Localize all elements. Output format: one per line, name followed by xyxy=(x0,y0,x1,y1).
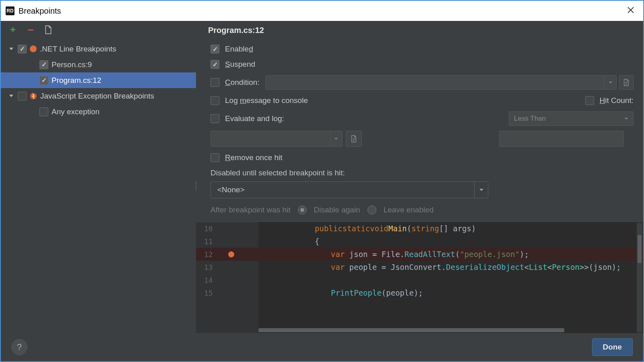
splitter-handle[interactable] xyxy=(195,178,197,194)
item-checkbox[interactable] xyxy=(39,76,48,85)
done-button[interactable]: Done xyxy=(592,338,633,356)
gutter-row: 10 xyxy=(196,222,258,235)
hitcount-value-input[interactable] xyxy=(499,131,624,147)
remove-once-hit-label: Remove once hit xyxy=(225,153,283,162)
tree-group-js-exception[interactable]: JavaScript Exception Breakpoints xyxy=(1,88,196,104)
vertical-scrollbar[interactable] xyxy=(637,223,642,332)
gutter: 10 11 12 13 14 15 xyxy=(196,222,258,333)
chevron-down-icon xyxy=(624,117,628,120)
tree-toolbar: + − xyxy=(1,21,196,39)
close-icon xyxy=(627,6,634,14)
condition-label: Condition: xyxy=(225,78,260,87)
breakpoints-tree[interactable]: .NET Line Breakpoints Person.cs:9 Progra… xyxy=(1,39,196,333)
item-checkbox[interactable] xyxy=(39,107,48,116)
group-checkbox[interactable] xyxy=(18,92,27,101)
group-label: .NET Line Breakpoints xyxy=(40,45,116,53)
tree-item-any-exception[interactable]: Any exception xyxy=(1,104,196,119)
disable-again-label: Disable again xyxy=(314,206,360,214)
close-button[interactable] xyxy=(623,4,638,18)
disabled-until-value: <None> xyxy=(211,185,474,194)
code-line: public static void Main(string[] args) xyxy=(258,222,643,235)
condition-input[interactable] xyxy=(265,75,617,90)
chevron-down-icon xyxy=(334,138,338,140)
hitcount-label: Hit Count: xyxy=(600,96,634,105)
help-button[interactable]: ? xyxy=(11,339,27,355)
breakpoint-dot-icon[interactable] xyxy=(228,251,234,257)
hitcount-comparison-value: Less Than xyxy=(514,115,546,123)
evaluate-log-expand-button[interactable] xyxy=(346,131,362,147)
code-line: var people = JsonConvert.DeserializeObje… xyxy=(258,261,643,274)
log-message-checkbox[interactable] xyxy=(211,96,219,105)
breakpoint-dot-icon xyxy=(30,45,37,52)
disabled-until-select[interactable]: <None> xyxy=(211,181,488,198)
suspend-label: Suspend xyxy=(225,60,255,69)
chevron-down-icon xyxy=(479,188,484,191)
leave-enabled-label: Leave enabled xyxy=(384,206,434,214)
item-checkbox[interactable] xyxy=(39,60,48,69)
hitcount-checkbox[interactable] xyxy=(585,96,594,105)
document-icon xyxy=(623,79,630,86)
window-title: Breakpoints xyxy=(19,6,61,16)
gutter-row: 14 xyxy=(196,274,258,286)
dialog-footer: ? Done xyxy=(1,333,643,361)
condition-expand-button[interactable] xyxy=(619,75,634,90)
item-label: Any exception xyxy=(52,107,99,116)
enabled-label: Enabled xyxy=(225,45,253,53)
js-exception-icon xyxy=(30,93,37,100)
condition-checkbox[interactable] xyxy=(211,78,219,87)
remove-once-hit-checkbox[interactable] xyxy=(211,153,219,162)
code-line: var json = File.ReadAllText("people.json… xyxy=(258,248,643,261)
after-hit-label: After breakpoint was hit xyxy=(211,206,291,214)
add-breakpoint-button[interactable]: + xyxy=(9,26,17,34)
evaluate-log-label: Evaluate and log: xyxy=(225,114,284,123)
expand-toggle[interactable] xyxy=(8,92,14,101)
hitcount-comparison-select[interactable]: Less Than xyxy=(509,111,634,126)
gutter-row: 11 xyxy=(196,235,258,248)
evaluate-log-input[interactable] xyxy=(211,131,343,147)
gutter-row: 15 xyxy=(196,286,258,299)
disable-again-radio[interactable] xyxy=(298,206,307,214)
gutter-row: 12 xyxy=(196,248,258,261)
enabled-checkbox[interactable] xyxy=(211,45,219,53)
view-options-button[interactable] xyxy=(44,26,52,34)
item-label: Person.cs:9 xyxy=(52,60,92,69)
code-preview: 10 11 12 13 14 15 public static void Mai… xyxy=(196,222,643,333)
chevron-down-icon xyxy=(609,81,613,84)
app-icon: RD xyxy=(6,6,14,15)
breakpoints-tree-panel: + − .NET Line Breakpoints Person.cs:9 Pr… xyxy=(1,21,196,333)
document-icon xyxy=(45,25,52,34)
code-line: PrintPeople(people); xyxy=(258,286,643,299)
tree-item-program-cs-12[interactable]: Program.cs:12 xyxy=(1,72,196,88)
horizontal-scrollbar[interactable] xyxy=(258,327,638,333)
disabled-until-label: Disabled until selected breakpoint is hi… xyxy=(211,169,643,177)
gutter-row: 13 xyxy=(196,261,258,274)
titlebar: RD Breakpoints xyxy=(1,1,643,21)
evaluate-log-checkbox[interactable] xyxy=(211,114,219,123)
code-line xyxy=(258,274,643,286)
document-icon xyxy=(351,135,357,142)
group-label: JavaScript Exception Breakpoints xyxy=(40,92,154,101)
code-line: { xyxy=(258,235,643,248)
breakpoint-detail-panel: Program.cs:12 Enabled Suspend Condition:… xyxy=(196,21,643,333)
expand-toggle[interactable] xyxy=(8,45,14,53)
code-lines: public static void Main(string[] args){ … xyxy=(258,222,643,333)
leave-enabled-radio[interactable] xyxy=(367,206,376,214)
item-label: Program.cs:12 xyxy=(52,76,101,85)
tree-group-net-line[interactable]: .NET Line Breakpoints xyxy=(1,41,196,57)
detail-title: Program.cs:12 xyxy=(196,26,643,41)
log-message-label: Log message to console xyxy=(225,96,308,105)
tree-item-person-cs-9[interactable]: Person.cs:9 xyxy=(1,57,196,72)
group-checkbox[interactable] xyxy=(18,45,27,53)
suspend-checkbox[interactable] xyxy=(211,60,219,69)
remove-breakpoint-button[interactable]: − xyxy=(27,26,35,34)
